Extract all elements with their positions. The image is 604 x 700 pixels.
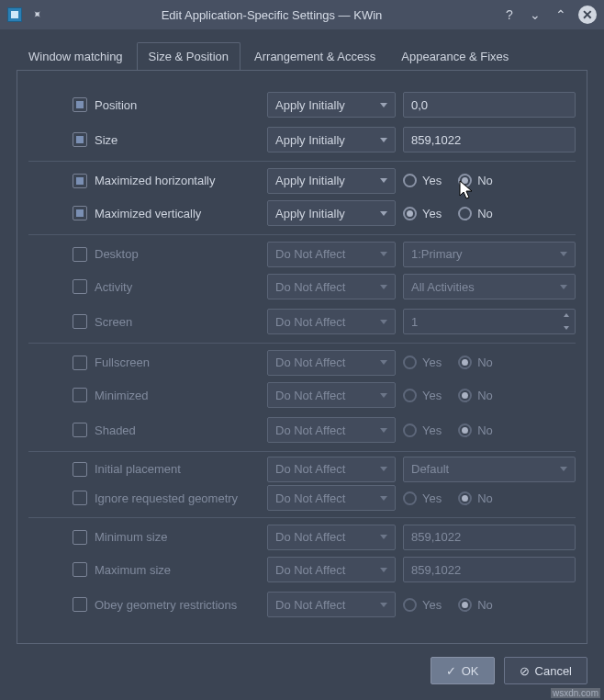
minimized-check[interactable]	[73, 388, 87, 402]
min-size-rule-select[interactable]: Do Not Affect	[267, 525, 396, 550]
chevron-down-icon	[380, 211, 387, 216]
cancel-button[interactable]: ⊘ Cancel	[504, 657, 587, 684]
max-size-check[interactable]	[73, 562, 87, 577]
minimized-yes-radio: Yes	[403, 389, 442, 402]
activity-check[interactable]	[73, 279, 87, 294]
shaded-rule-select[interactable]: Do Not Affect	[267, 417, 396, 443]
position-rule-select[interactable]: Apply Initially	[267, 92, 396, 118]
position-input[interactable]: 0,0	[403, 92, 576, 118]
dialog-footer: ✓ OK ⊘ Cancel	[0, 644, 604, 697]
fullscreen-no-radio: No	[458, 356, 493, 369]
ignore-geom-yes-radio: Yes	[403, 491, 442, 505]
size-rule-select[interactable]: Apply Initially	[267, 127, 396, 152]
screen-rule-select[interactable]: Do Not Affect	[267, 309, 396, 334]
chevron-down-icon	[560, 467, 567, 471]
min-size-check[interactable]	[73, 530, 87, 545]
shaded-no-radio: No	[458, 423, 493, 437]
size-check[interactable]	[73, 132, 87, 147]
fullscreen-rule-select[interactable]: Do Not Affect	[267, 350, 396, 376]
shaded-label: Shaded	[95, 423, 260, 437]
chevron-down-icon	[380, 428, 387, 433]
window-title: Edit Application-Specific Settings — KWi…	[51, 8, 492, 22]
size-input[interactable]: 859,1022	[403, 127, 576, 152]
ignore-geom-label: Ignore requested geometry	[95, 491, 260, 505]
chevron-down-icon	[380, 103, 387, 107]
desktop-value-select[interactable]: 1:Primary	[403, 242, 576, 267]
shaded-check[interactable]	[73, 423, 87, 437]
titlebar: ✦ Edit Application-Specific Settings — K…	[0, 0, 604, 29]
ignore-geom-no-radio: No	[458, 491, 493, 505]
initial-placement-check[interactable]	[73, 462, 87, 477]
max-h-rule-select[interactable]: Apply Initially	[267, 168, 396, 194]
minimized-label: Minimized	[95, 389, 260, 402]
obey-geom-no-radio: No	[458, 598, 493, 612]
obey-geom-check[interactable]	[73, 597, 87, 612]
pin-icon[interactable]: ✦	[27, 5, 48, 26]
maximize-icon[interactable]: ⌃	[553, 6, 569, 23]
max-h-yes-radio[interactable]: Yes	[403, 174, 442, 187]
max-h-check[interactable]	[73, 174, 87, 188]
activity-value-select[interactable]: All Activities	[403, 274, 576, 299]
max-size-label: Maximum size	[95, 563, 260, 577]
chevron-down-icon	[380, 138, 387, 142]
screen-value-spinner[interactable]: 1	[403, 309, 576, 334]
desktop-label: Desktop	[95, 247, 260, 261]
watermark: wsxdn.com	[551, 688, 600, 698]
max-size-input[interactable]: 859,1022	[403, 557, 576, 582]
fullscreen-check[interactable]	[73, 356, 87, 370]
chevron-down-icon	[380, 467, 387, 471]
desktop-check[interactable]	[73, 247, 87, 262]
tab-window-matching[interactable]: Window matching	[17, 42, 135, 70]
help-icon[interactable]: ?	[501, 6, 518, 23]
size-label: Size	[95, 133, 260, 147]
chevron-down-icon	[380, 603, 387, 607]
chevron-down-icon	[380, 360, 387, 365]
chevron-down-icon	[380, 320, 387, 324]
chevron-down-icon	[380, 178, 387, 183]
chevron-down-icon	[380, 535, 387, 539]
position-check[interactable]	[73, 97, 87, 112]
chevron-down-icon	[380, 568, 387, 572]
close-icon[interactable]: ✕	[578, 6, 597, 24]
obey-geom-yes-radio: Yes	[403, 598, 442, 612]
max-h-no-radio[interactable]: No	[458, 174, 493, 187]
max-v-yes-radio[interactable]: Yes	[403, 207, 442, 220]
initial-placement-label: Initial placement	[95, 462, 260, 476]
tab-size-position[interactable]: Size & Position	[137, 42, 240, 70]
screen-check[interactable]	[73, 314, 87, 329]
chevron-down-icon	[560, 285, 567, 289]
minimize-icon[interactable]: ⌄	[527, 6, 543, 23]
min-size-label: Minimum size	[95, 530, 260, 544]
check-icon: ✓	[446, 664, 456, 678]
initial-placement-value-select[interactable]: Default	[403, 457, 576, 482]
shaded-yes-radio: Yes	[403, 423, 442, 437]
chevron-down-icon	[380, 496, 387, 501]
max-v-no-radio[interactable]: No	[458, 207, 493, 220]
desktop-rule-select[interactable]: Do Not Affect	[267, 242, 396, 267]
activity-rule-select[interactable]: Do Not Affect	[267, 274, 396, 299]
minimized-no-radio: No	[458, 389, 493, 402]
tab-appearance-fixes[interactable]: Appearance & Fixes	[389, 42, 520, 70]
max-v-label: Maximized vertically	[95, 207, 260, 220]
tab-bar: Window matching Size & Position Arrangem…	[0, 29, 604, 70]
chevron-down-icon	[380, 285, 387, 289]
minimized-rule-select[interactable]: Do Not Affect	[267, 382, 396, 408]
tab-arrangement-access[interactable]: Arrangement & Access	[242, 42, 387, 70]
ignore-geom-check[interactable]	[73, 491, 87, 505]
max-size-rule-select[interactable]: Do Not Affect	[267, 557, 396, 582]
obey-geom-rule-select[interactable]: Do Not Affect	[267, 592, 396, 617]
min-size-input[interactable]: 859,1022	[403, 525, 576, 550]
ignore-geom-rule-select[interactable]: Do Not Affect	[267, 485, 396, 511]
fullscreen-label: Fullscreen	[95, 356, 260, 369]
max-h-label: Maximized horizontally	[95, 174, 260, 187]
screen-label: Screen	[95, 315, 260, 329]
settings-panel: Position Apply Initially 0,0 Size Apply …	[17, 70, 587, 644]
obey-geom-label: Obey geometry restrictions	[95, 598, 260, 612]
initial-placement-rule-select[interactable]: Do Not Affect	[267, 457, 396, 482]
chevron-down-icon	[380, 252, 387, 256]
ok-button[interactable]: ✓ OK	[431, 657, 495, 684]
max-v-rule-select[interactable]: Apply Initially	[267, 200, 396, 226]
chevron-down-icon	[560, 252, 567, 256]
fullscreen-yes-radio: Yes	[403, 356, 442, 369]
max-v-check[interactable]	[73, 206, 87, 220]
